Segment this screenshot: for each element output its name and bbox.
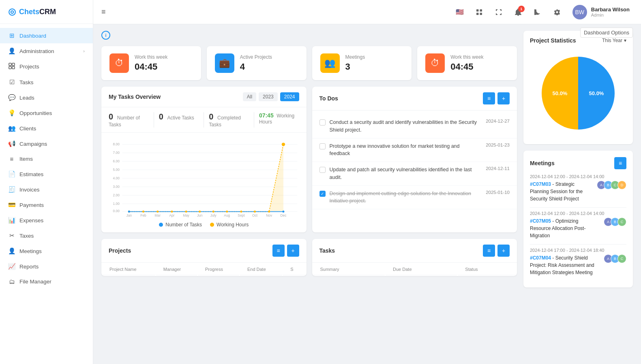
sidebar-item-label: File Manager — [19, 279, 85, 285]
svg-point-46 — [226, 211, 228, 213]
sidebar-item-clients[interactable]: 👥 Clients — [0, 121, 93, 136]
meeting-link[interactable]: #C07M05 — [530, 218, 551, 224]
sidebar-item-taxes[interactable]: ✂ Taxes — [0, 228, 93, 243]
svg-text:4.00: 4.00 — [113, 176, 120, 180]
info-row: i — [101, 31, 517, 40]
menu-toggle-button[interactable]: ≡ — [101, 8, 106, 16]
todo-checkbox[interactable] — [319, 119, 326, 126]
legend-label: Working Hours — [217, 222, 249, 228]
svg-text:Mar: Mar — [155, 213, 161, 217]
sidebar-item-meetings[interactable]: 👤 Meetings — [0, 243, 93, 259]
hours-legend-dot — [210, 223, 214, 227]
meeting-divider — [530, 207, 626, 208]
svg-point-40 — [142, 211, 144, 213]
todo-add-button[interactable]: + — [497, 92, 510, 104]
taxes-icon: ✂ — [8, 232, 15, 239]
avatar: C — [617, 254, 626, 263]
stat-num: 0 — [159, 112, 163, 121]
stat-label: Number of Tasks — [109, 115, 140, 128]
clients-icon: 👥 — [8, 125, 15, 132]
svg-text:Jun: Jun — [197, 213, 203, 217]
user-info: Barbara Wilson Admin — [591, 6, 630, 17]
sidebar-item-label: Meetings — [19, 248, 85, 254]
svg-point-47 — [240, 211, 242, 213]
col-end-date: End Date — [240, 264, 282, 275]
stat-value: 3 — [345, 62, 365, 72]
meeting-time: 2024-12-04 17:00 - 2024-12-04 18:40 — [530, 248, 626, 253]
todo-item: Update and patch all security vulnerabil… — [312, 162, 517, 186]
notifications-button[interactable]: 1 — [511, 5, 525, 19]
sidebar-item-file-manager[interactable]: 🗂 File Manager — [0, 274, 93, 289]
user-profile-button[interactable]: BW Barbara Wilson Admin — [569, 3, 633, 21]
sidebar-item-payments[interactable]: 💳 Payments — [0, 197, 93, 213]
sidebar-item-items[interactable]: ≡ Items — [0, 151, 93, 166]
sidebar-item-campaigns[interactable]: 📢 Campaigns — [0, 136, 93, 151]
meetings-nav-icon: 👤 — [8, 247, 15, 255]
meeting-link[interactable]: #C07M04 — [530, 255, 551, 261]
sidebar-item-reports[interactable]: 📈 Reports — [0, 259, 93, 274]
stat-num: 0 — [109, 112, 113, 121]
meeting-text: #C07M04 - Security Shield Project: Risk … — [530, 254, 600, 276]
task-overview-title: My Tasks Overview — [109, 94, 161, 100]
settings-button[interactable] — [550, 5, 564, 19]
todo-item: Conduct a security audit and identify vu… — [312, 115, 517, 138]
flag-button[interactable]: 🇺🇸 — [452, 5, 467, 19]
svg-point-44 — [199, 211, 201, 213]
filter-2023-button[interactable]: 2023 — [259, 92, 278, 101]
avatar: BW — [572, 5, 587, 19]
projects-add-button[interactable]: + — [287, 245, 299, 257]
sidebar-item-invoices[interactable]: 🧾 Invoices — [0, 182, 93, 197]
svg-point-48 — [254, 211, 256, 213]
svg-text:7.00: 7.00 — [113, 151, 120, 155]
info-icon[interactable]: i — [101, 31, 110, 40]
apps-grid-button[interactable] — [472, 5, 487, 19]
sidebar-item-expenses[interactable]: 📊 Expenses — [0, 213, 93, 228]
todo-checkbox-checked[interactable]: ✓ — [319, 191, 326, 197]
fullscreen-icon — [495, 9, 502, 15]
sidebar-item-leads[interactable]: 💬 Leads — [0, 90, 93, 105]
meeting-avatars: A B C — [604, 217, 626, 226]
meeting-link[interactable]: #C07M03 — [530, 181, 551, 187]
pie-chart: 50.0% 50.0% — [538, 53, 619, 134]
todo-list-view-button[interactable]: ≡ — [483, 92, 495, 104]
administration-icon: 👤 — [8, 47, 15, 55]
svg-text:50.0%: 50.0% — [553, 90, 568, 96]
stat-value: 04:45 — [135, 62, 167, 72]
meeting-time: 2024-12-04 12:00 - 2024-12-04 14:00 — [530, 174, 626, 179]
year-selector[interactable]: This Year ▾ — [602, 38, 626, 43]
tasks-add-button[interactable]: + — [497, 245, 510, 257]
tasks-list-button[interactable]: ≡ — [483, 245, 495, 257]
filter-all-button[interactable]: All — [243, 92, 256, 101]
sidebar-item-label: Clients — [19, 126, 85, 132]
sidebar-item-estimates[interactable]: 📄 Estimates — [0, 166, 93, 182]
sidebar-item-label: Reports — [19, 264, 85, 270]
tasks-table: Summary Due Date Status — [312, 263, 517, 276]
sidebar-item-administration[interactable]: 👤 Administration › — [0, 43, 93, 59]
svg-rect-6 — [476, 13, 479, 15]
stat-info: Work this week 04:45 — [135, 54, 167, 72]
sidebar-item-dashboard[interactable]: ⊞ Dashboard — [0, 28, 93, 43]
task-overview-card: My Tasks Overview All 2023 2024 0 Number… — [101, 87, 307, 232]
sidebar-item-tasks[interactable]: ☑ Tasks — [0, 75, 93, 90]
stat-label: Meetings — [345, 54, 365, 60]
filter-2024-button[interactable]: 2024 — [280, 92, 299, 101]
todo-checkbox[interactable] — [319, 167, 326, 173]
sidebar-item-projects[interactable]: Projects — [0, 59, 93, 75]
sidebar-item-opportunities[interactable]: 💡 Opportunities — [0, 105, 93, 121]
task-stats-row: 0 Number of Tasks 0 Active Tasks 0 — [101, 107, 307, 133]
dark-mode-button[interactable] — [530, 5, 545, 19]
chart-area: 8.00 7.00 6.00 5.00 4.00 3.00 2.00 1.00 … — [101, 133, 307, 232]
sidebar-item-label: Campaigns — [19, 141, 85, 147]
logo[interactable]: ◎ ChetsCRM — [0, 0, 93, 24]
chart-legend: Number of Tasks Working Hours — [109, 222, 299, 228]
svg-rect-5 — [480, 9, 482, 12]
col-task-status: Status — [458, 264, 516, 275]
todo-checkbox[interactable] — [319, 143, 326, 149]
right-panel: Project Statistics This Year ▾ — [523, 31, 633, 358]
fullscreen-button[interactable] — [491, 5, 506, 19]
projects-list-button[interactable]: ≡ — [272, 245, 285, 257]
sidebar-nav: ⊞ Dashboard 👤 Administration › Projects … — [0, 24, 93, 364]
meetings-list-button[interactable]: ≡ — [614, 157, 626, 169]
stat-label: Completed Tasks — [209, 115, 241, 128]
dashboard-options-label[interactable]: Dashboard Options — [580, 28, 633, 38]
